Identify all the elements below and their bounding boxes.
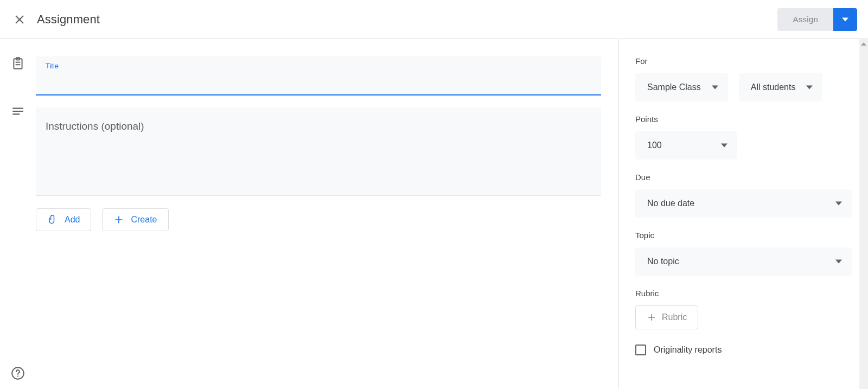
add-button-label: Add <box>65 215 80 225</box>
students-selector-value: All students <box>751 82 796 92</box>
assign-button-group: Assign <box>777 8 857 31</box>
assign-dropdown-button[interactable] <box>833 8 857 31</box>
rubric-button[interactable]: Rubric <box>635 305 698 329</box>
students-selector[interactable]: All students <box>739 73 823 101</box>
help-icon[interactable] <box>11 366 25 380</box>
title-label: Title <box>46 62 591 70</box>
due-label: Due <box>635 173 852 182</box>
create-button-label: Create <box>131 215 157 225</box>
topbar: Assignment Assign <box>0 0 868 39</box>
close-button[interactable] <box>9 9 30 30</box>
caret-down-icon <box>712 84 718 91</box>
close-icon <box>13 13 26 26</box>
add-button[interactable]: Add <box>36 208 91 231</box>
instructions-input[interactable] <box>46 120 591 180</box>
originality-checkbox[interactable] <box>635 345 646 355</box>
topic-label: Topic <box>635 231 852 240</box>
points-value: 100 <box>647 141 662 150</box>
assignment-icon <box>11 56 25 71</box>
title-input[interactable] <box>46 71 591 82</box>
due-selector[interactable]: No due date <box>635 189 852 218</box>
caret-down-icon <box>842 17 848 22</box>
points-label: Points <box>635 114 852 124</box>
caret-down-icon <box>721 142 727 149</box>
main-editor: Title Add Create <box>36 39 618 389</box>
attachment-icon <box>47 214 58 225</box>
topic-selector[interactable]: No topic <box>635 247 852 276</box>
plus-icon <box>113 214 124 225</box>
caret-down-icon <box>806 84 813 91</box>
originality-label: Originality reports <box>654 345 722 355</box>
caret-down-icon <box>835 258 842 265</box>
page-title: Assignment <box>37 12 100 27</box>
text-icon <box>11 104 25 118</box>
originality-checkbox-row[interactable]: Originality reports <box>635 345 852 355</box>
instructions-field[interactable] <box>36 107 601 195</box>
class-selector-value: Sample Class <box>647 82 701 92</box>
for-label: For <box>635 56 852 66</box>
rubric-label: Rubric <box>635 289 852 298</box>
plus-icon <box>647 313 656 322</box>
points-selector[interactable]: 100 <box>635 131 737 160</box>
scrollbar[interactable] <box>859 39 868 389</box>
caret-down-icon <box>835 200 842 207</box>
class-selector[interactable]: Sample Class <box>635 73 728 101</box>
title-field[interactable]: Title <box>36 56 601 95</box>
left-rail <box>0 39 36 389</box>
topic-value: No topic <box>647 257 679 266</box>
svg-point-3 <box>17 375 18 377</box>
assign-button[interactable]: Assign <box>777 8 833 31</box>
due-value: No due date <box>647 199 694 208</box>
settings-sidebar: For Sample Class All students Points 100… <box>618 39 868 389</box>
rubric-button-label: Rubric <box>662 313 687 322</box>
create-button[interactable]: Create <box>102 208 168 231</box>
